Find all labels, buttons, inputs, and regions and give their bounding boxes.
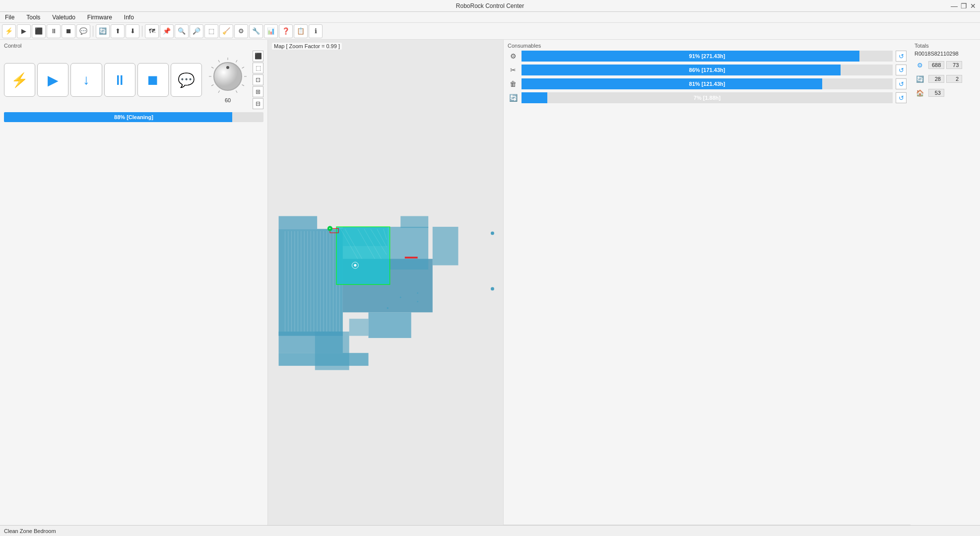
tb-help[interactable]: ❓ [279, 24, 293, 38]
svg-rect-36 [369, 312, 411, 338]
svg-point-60 [400, 297, 401, 298]
svg-rect-37 [390, 227, 429, 269]
ctrl-pause[interactable]: ⏸ [104, 63, 135, 97]
svg-line-10 [236, 91, 238, 93]
tb-select[interactable]: ⬚ [204, 24, 218, 38]
svg-rect-32 [279, 216, 318, 229]
ctrl-voice[interactable]: 💬 [171, 63, 202, 97]
totals-icon-1: 🔄 [915, 73, 925, 84]
cons-reset-2[interactable]: ↺ [896, 78, 907, 89]
tb-zoomin[interactable]: 🔍 [175, 24, 189, 38]
sep1 [93, 26, 93, 37]
totals-icon-0: ⚙ [915, 60, 925, 70]
totals-icon-2: 🏠 [915, 87, 925, 98]
cons-label-1: 86% [171.43h] [689, 67, 725, 73]
tb-charge[interactable]: ⚡ [2, 24, 16, 38]
tb-clean[interactable]: 🧹 [219, 24, 233, 38]
svg-point-59 [387, 307, 389, 309]
svg-rect-39 [433, 227, 458, 266]
maximize-btn[interactable]: ❐ [961, 2, 967, 10]
ctrl-charge[interactable]: ⚡ [4, 63, 35, 97]
tb-map1[interactable]: 🗺 [145, 24, 159, 38]
svg-rect-56 [405, 257, 418, 258]
totals-row-0: ⚙ 688 73 [915, 60, 976, 70]
tb-zoomout[interactable]: 🔎 [190, 24, 203, 38]
map-controls: ⬛ ⬚ ⊡ ⊞ ⊟ [253, 51, 263, 109]
menu-firmware[interactable]: Firmware [84, 13, 115, 22]
tb-up[interactable]: ⬆ [111, 24, 125, 38]
window-controls: — ❐ ✕ [951, 2, 976, 10]
map-ctrl-2[interactable]: ⬚ [253, 63, 263, 73]
tb-voice[interactable]: 💬 [76, 24, 90, 38]
tb-map2[interactable]: 📌 [160, 24, 174, 38]
svg-line-7 [242, 67, 244, 68]
tb-pause[interactable]: ⏸ [47, 24, 61, 38]
tb-refresh[interactable]: 🔄 [96, 24, 110, 38]
tb-play[interactable]: ▶ [17, 24, 31, 38]
tb-info[interactable]: ℹ [309, 24, 323, 38]
totals-device: R0018S82110298 [915, 51, 976, 57]
totals-values-1: 28 2 [928, 75, 962, 83]
consumable-row-1: ✂ 86% [171.43h] ↺ [508, 65, 907, 75]
totals-val-0-1: 73 [946, 61, 962, 69]
svg-point-58 [417, 301, 418, 302]
totals-panel: Totals R0018S82110298 ⚙ 688 73 🔄 28 2 [911, 40, 980, 525]
map-ctrl-5[interactable]: ⊟ [253, 98, 263, 109]
svg-point-61 [491, 231, 494, 235]
svg-line-9 [242, 85, 244, 86]
svg-rect-55 [349, 319, 369, 335]
ctrl-dl[interactable]: ↓ [70, 63, 102, 97]
main-area: Control ⚡ ▶ ↓ ⏸ ⏹ 💬 [0, 40, 980, 525]
cons-reset-0[interactable]: ↺ [896, 51, 907, 62]
svg-point-12 [226, 66, 229, 69]
menu-tools[interactable]: Tools [23, 13, 43, 22]
cons-label-2: 81% [121.43h] [689, 81, 725, 87]
tb-chart[interactable]: 📊 [264, 24, 278, 38]
title-bar: RoboRock Control Center — ❐ ✕ [0, 0, 980, 12]
tb-settings[interactable]: ⚙ [234, 24, 248, 38]
totals-values-0: 688 73 [928, 61, 962, 69]
svg-line-1 [211, 85, 213, 86]
menu-info[interactable]: Info [121, 13, 137, 22]
consumable-row-2: 🗑 81% [121.43h] ↺ [508, 78, 907, 89]
tb-tool[interactable]: 🔧 [249, 24, 263, 38]
map-area[interactable]: Map [ Zoom Factor = 0.99 ] [268, 40, 503, 525]
close-btn[interactable]: ✕ [970, 2, 976, 10]
svg-rect-54 [315, 332, 349, 370]
map-ctrl-1[interactable]: ⬛ [253, 51, 263, 62]
svg-point-62 [491, 287, 494, 290]
minimize-btn[interactable]: — [951, 2, 958, 10]
menu-file[interactable]: File [2, 13, 17, 22]
cons-reset-3[interactable]: ↺ [896, 92, 907, 103]
knob-value[interactable]: 60 [225, 97, 231, 103]
totals-val-1-0: 28 [928, 75, 944, 83]
totals-val-1-1: 2 [946, 75, 962, 83]
cons-label-0: 91% [271.43h] [689, 53, 725, 59]
window-title: RoboRock Control Center [456, 2, 524, 9]
control-title: Control [4, 43, 263, 49]
tb-stop[interactable]: ⏹ [62, 24, 75, 38]
totals-val-0-0: 688 [928, 61, 944, 69]
map-ctrl-4[interactable]: ⊞ [253, 86, 263, 97]
cons-icon-1: ✂ [508, 65, 519, 75]
ctrl-play[interactable]: ▶ [37, 63, 68, 97]
cons-icon-0: ⚙ [508, 51, 519, 62]
cons-label-3: 7% [1.88h] [694, 95, 720, 101]
cons-bar-1: 86% [171.43h] [522, 65, 893, 75]
menu-valetudo[interactable]: Valetudo [49, 13, 78, 22]
cons-bar-0: 91% [271.43h] [522, 51, 893, 62]
status-bar: Clean Zone Bedroom [0, 525, 980, 536]
totals-row-1: 🔄 28 2 [915, 73, 976, 84]
map-ctrl-3[interactable]: ⊡ [253, 74, 263, 85]
tb-clip[interactable]: 📋 [294, 24, 308, 38]
cons-reset-1[interactable]: ↺ [896, 65, 907, 75]
menu-bar: File Tools Valetudo Firmware Info [0, 12, 980, 23]
svg-rect-38 [400, 216, 428, 228]
ctrl-stop[interactable]: ⏹ [137, 63, 169, 97]
svg-line-0 [218, 91, 220, 93]
tb-down[interactable]: ⬇ [126, 24, 139, 38]
svg-point-50 [354, 264, 356, 267]
consumables-title: Consumables [508, 43, 907, 49]
totals-val-2-0: 53 [928, 89, 944, 97]
tb-home[interactable]: ⬛ [32, 24, 46, 38]
